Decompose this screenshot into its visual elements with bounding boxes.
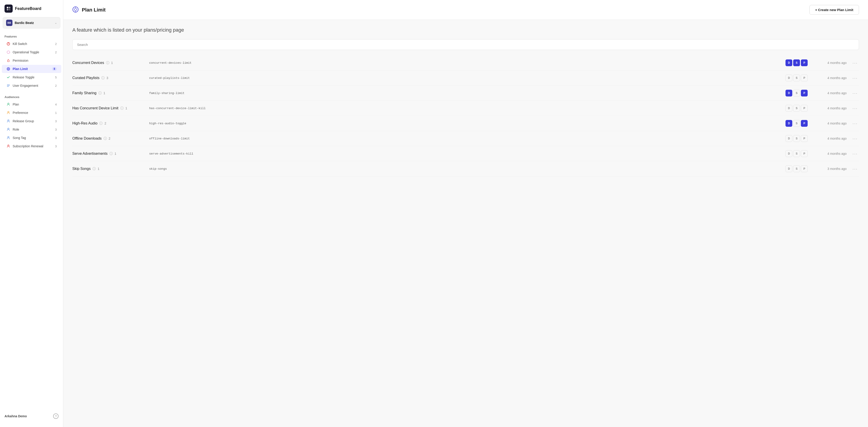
feature-label[interactable]: Family Sharing [72, 91, 96, 95]
env-badges: D S P [785, 74, 813, 81]
info-icon: ⓘ [106, 61, 110, 65]
chevron-down-icon: ⌄ [55, 21, 57, 24]
user-engagement-icon [6, 84, 10, 88]
sidebar-item-plan-limit[interactable]: Plan Limit 8 [2, 65, 61, 73]
env-badge-d: D [785, 120, 792, 127]
more-options-button[interactable]: ··· [851, 91, 859, 96]
env-badges: D S P [785, 59, 813, 66]
feature-key: serve-advertisements-kill [149, 152, 781, 156]
env-badges: D S P [785, 165, 813, 172]
more-options-button[interactable]: ··· [851, 106, 859, 111]
time-ago: 3 months ago [817, 167, 846, 171]
sidebar-item-subscription-renewal[interactable]: Subscription Renewal 3 [2, 142, 61, 150]
sidebar-item-user-engagement[interactable]: User Engagement 2 [2, 81, 61, 90]
plan-icon [6, 102, 10, 106]
feature-label[interactable]: Offline Downloads [72, 136, 102, 140]
env-badge-p: P [801, 90, 808, 96]
info-icon: ⓘ [101, 76, 105, 80]
sidebar-bottom: Arkahna Demo ? [0, 410, 63, 423]
table-row: Curated Playlists ⓘ 3 curated-playlists-… [72, 70, 859, 86]
feature-label[interactable]: Skip Songs [72, 167, 91, 171]
more-options-button[interactable]: ··· [851, 121, 859, 126]
create-plan-limit-button[interactable]: + Create new Plan Limit [809, 5, 859, 15]
song-tag-icon [6, 136, 10, 140]
time-ago: 4 months ago [817, 106, 846, 110]
table-row: Offline Downloads ⓘ 2 offline-downloads-… [72, 131, 859, 146]
sidebar-label-subscription-renewal: Subscription Renewal [13, 144, 53, 148]
env-badge-s: S [793, 74, 800, 81]
permission-icon [6, 59, 10, 63]
env-badge-p: P [801, 165, 808, 172]
sidebar-item-release-group[interactable]: Release Group 3 [2, 117, 61, 125]
info-icon: ⓘ [120, 106, 124, 110]
workspace-selector[interactable]: BB Bardic Beatz ⌄ [3, 17, 60, 29]
env-badge-s: S [793, 165, 800, 172]
feature-name: Serve Advertisements ⓘ 1 [72, 152, 145, 156]
table-row: Skip Songs ⓘ 1 skip-songs D S P 3 months… [72, 161, 859, 176]
release-group-icon [6, 119, 10, 123]
feature-name: Curated Playlists ⓘ 3 [72, 76, 145, 80]
feature-key: concurrent-devices-limit [149, 61, 781, 65]
more-options-button[interactable]: ··· [851, 75, 859, 81]
sidebar-item-role[interactable]: Role 3 [2, 125, 61, 134]
feature-label[interactable]: High-Res Audio [72, 121, 97, 125]
page-description: A feature which is listed on your plans/… [72, 27, 859, 33]
sidebar-label-user-engagement: User Engagement [13, 84, 53, 88]
features-section-label: Features [0, 33, 63, 39]
sidebar-item-operational-toggle[interactable]: Operational Toggle 2 [2, 48, 61, 56]
info-icon: ⓘ [110, 152, 113, 156]
feature-label[interactable]: Has Concurrent Device Limit [72, 106, 119, 110]
table-row: Concurrent Devices ⓘ 1 concurrent-device… [72, 55, 859, 70]
sidebar-item-release-toggle[interactable]: Release Toggle 5 [2, 73, 61, 81]
sidebar-count-role: 3 [55, 128, 57, 131]
env-badge-s: S [793, 59, 800, 66]
info-icon: ⓘ [103, 136, 107, 141]
env-badge-d: D [785, 135, 792, 142]
release-toggle-icon [6, 75, 10, 79]
sidebar-item-plan[interactable]: Plan 4 [2, 100, 61, 108]
info-count: 1 [125, 106, 127, 110]
sidebar-count-preference: 1 [55, 111, 57, 114]
main-header: Plan Limit + Create new Plan Limit [63, 0, 868, 20]
sidebar-label-kill-switch: Kill Switch [13, 42, 53, 46]
time-ago: 4 months ago [817, 76, 846, 80]
more-options-button[interactable]: ··· [851, 136, 859, 141]
svg-rect-0 [7, 7, 8, 8]
feature-name: Family Sharing ⓘ 1 [72, 91, 145, 95]
page-title: Plan Limit [82, 7, 105, 13]
table-row: High-Res Audio ⓘ 2 high-res-audio-toggle… [72, 116, 859, 131]
sidebar-item-preference[interactable]: Preference 1 [2, 109, 61, 117]
env-badge-p: P [801, 135, 808, 142]
feature-name: Offline Downloads ⓘ 2 [72, 136, 145, 141]
feature-label[interactable]: Curated Playlists [72, 76, 99, 80]
workspace-name: Bardic Beatz [15, 21, 34, 25]
env-badge-s: S [793, 150, 800, 157]
help-icon[interactable]: ? [53, 414, 59, 419]
sidebar-count-subscription-renewal: 3 [55, 144, 57, 148]
role-icon [6, 127, 10, 131]
more-options-button[interactable]: ··· [851, 166, 859, 171]
info-count: 2 [104, 122, 106, 125]
app-logo-icon [4, 4, 13, 13]
env-badge-s: S [793, 90, 800, 96]
svg-point-7 [7, 68, 10, 70]
more-options-button[interactable]: ··· [851, 151, 859, 156]
more-options-button[interactable]: ··· [851, 60, 859, 66]
feature-label[interactable]: Serve Advertisements [72, 152, 107, 156]
info-count: 1 [103, 91, 105, 95]
sidebar-item-song-tag[interactable]: Song Tag 3 [2, 134, 61, 142]
time-ago: 4 months ago [817, 152, 846, 156]
svg-point-13 [74, 8, 76, 11]
sidebar-count-kill-switch: 2 [55, 42, 57, 46]
feature-key: high-res-audio-toggle [149, 122, 781, 125]
sidebar-item-kill-switch[interactable]: Kill Switch 2 [2, 40, 61, 48]
sidebar-item-permission[interactable]: Permission [2, 57, 61, 65]
info-count: 1 [98, 167, 99, 171]
feature-label[interactable]: Concurrent Devices [72, 61, 104, 65]
env-badge-d: D [785, 105, 792, 111]
env-badge-d: D [785, 150, 792, 157]
sidebar-label-role: Role [13, 128, 53, 131]
sidebar-count-plan-limit: 8 [52, 67, 57, 71]
search-input[interactable] [72, 39, 859, 50]
main-scrollable-content: A feature which is listed on your plans/… [63, 20, 868, 427]
